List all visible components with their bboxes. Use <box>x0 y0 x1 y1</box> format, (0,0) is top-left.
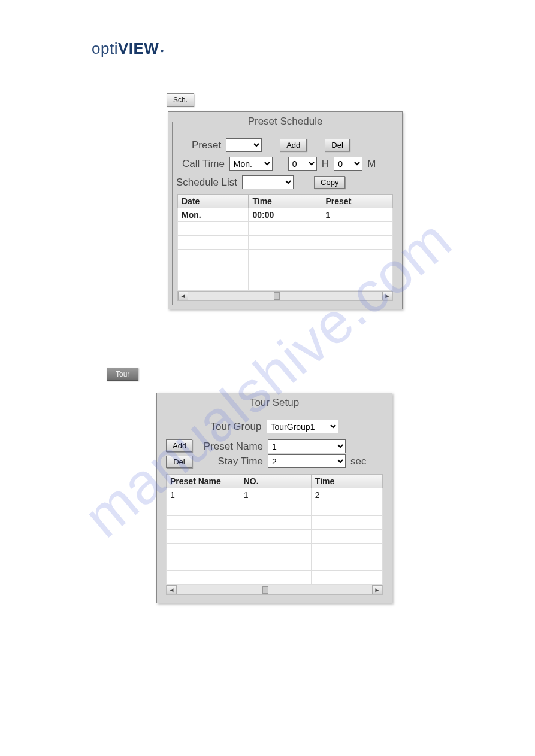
table-row[interactable] <box>178 236 393 250</box>
preset-schedule-group: Preset Schedule Preset Add Del Call Time… <box>172 116 398 305</box>
sch-button[interactable]: Sch. <box>167 93 194 107</box>
tour-group-select[interactable]: TourGroup1 <box>267 420 338 433</box>
logo: optiVIEW● <box>92 40 442 58</box>
scroll-right-icon[interactable]: ► <box>372 585 382 594</box>
col-time[interactable]: Time <box>311 475 382 488</box>
table-header-row: Date Time Preset <box>178 195 393 208</box>
col-preset-name[interactable]: Preset Name <box>167 475 240 488</box>
schedule-table: Date Time Preset Mon. 00:00 1 <box>177 194 393 291</box>
col-time[interactable]: Time <box>249 195 322 208</box>
tour-group-label: Tour Group <box>210 421 261 433</box>
stay-time-label: Stay Time <box>197 456 263 467</box>
table-row[interactable]: 1 1 2 <box>167 488 383 502</box>
preset-schedule-panel: Preset Schedule Preset Add Del Call Time… <box>168 111 403 309</box>
col-date[interactable]: Date <box>178 195 249 208</box>
cell-time: 2 <box>311 488 382 502</box>
preset-schedule-title: Preset Schedule <box>248 116 323 127</box>
min-label: M <box>367 158 376 170</box>
logo-part2: VIEW <box>118 40 159 57</box>
scroll-thumb[interactable] <box>262 586 268 594</box>
tour-setup-panel: Tour Setup Tour Group TourGroup1 Add Del… <box>156 393 392 603</box>
tour-table: Preset Name NO. Time 1 1 2 <box>166 474 383 585</box>
call-time-label: Call Time <box>182 158 225 170</box>
cell-date: Mon. <box>178 208 249 222</box>
preset-name-select[interactable]: 1 <box>268 439 346 453</box>
table-row[interactable] <box>167 571 383 585</box>
page-header: optiVIEW● <box>92 40 442 62</box>
call-time-hour-select[interactable]: 0 <box>288 157 317 171</box>
preset-select[interactable] <box>226 138 262 152</box>
tour-setup-title: Tour Setup <box>250 397 299 408</box>
tour-add-button[interactable]: Add <box>166 439 192 452</box>
table-row[interactable] <box>178 277 393 291</box>
hour-label: H <box>322 158 329 170</box>
del-button[interactable]: Del <box>325 139 350 151</box>
preset-name-label: Preset Name <box>197 441 263 453</box>
call-time-day-select[interactable]: Mon. <box>229 157 273 171</box>
table-row[interactable] <box>167 530 383 544</box>
cell-preset-name: 1 <box>167 488 240 502</box>
cell-time: 00:00 <box>249 208 322 222</box>
col-preset[interactable]: Preset <box>322 195 392 208</box>
tour-setup-group: Tour Setup Tour Group TourGroup1 Add Del… <box>161 397 388 599</box>
sec-label: sec <box>350 456 366 467</box>
table-row[interactable] <box>178 263 393 277</box>
copy-button[interactable]: Copy <box>314 176 345 189</box>
h-scrollbar[interactable]: ◄ ► <box>166 585 383 595</box>
scroll-left-icon[interactable]: ◄ <box>178 292 188 300</box>
logo-part1: opti <box>92 40 118 57</box>
col-no[interactable]: NO. <box>240 475 311 488</box>
stay-time-select[interactable]: 2 <box>268 454 346 468</box>
scroll-track[interactable] <box>177 585 372 594</box>
add-button[interactable]: Add <box>280 139 307 151</box>
table-row[interactable] <box>178 250 393 263</box>
h-scrollbar[interactable]: ◄ ► <box>177 291 393 301</box>
table-row[interactable] <box>167 544 383 557</box>
table-row[interactable]: Mon. 00:00 1 <box>178 208 393 222</box>
logo-dot-icon: ● <box>160 47 164 54</box>
table-row[interactable] <box>167 516 383 530</box>
table-row[interactable] <box>167 557 383 571</box>
tour-button[interactable]: Tour <box>107 368 138 381</box>
scroll-right-icon[interactable]: ► <box>382 292 392 300</box>
cell-preset: 1 <box>322 208 392 222</box>
cell-no: 1 <box>240 488 311 502</box>
schedule-list-select[interactable] <box>242 175 294 189</box>
schedule-list-label: Schedule List <box>176 177 237 189</box>
header-rule <box>92 62 442 62</box>
preset-label: Preset <box>192 139 221 151</box>
scroll-left-icon[interactable]: ◄ <box>167 585 177 594</box>
tour-del-button[interactable]: Del <box>166 456 192 468</box>
table-row[interactable] <box>178 222 393 236</box>
table-header-row: Preset Name NO. Time <box>167 475 383 488</box>
table-row[interactable] <box>167 502 383 516</box>
call-time-min-select[interactable]: 0 <box>334 157 362 171</box>
scroll-thumb[interactable] <box>274 292 280 300</box>
scroll-track[interactable] <box>188 292 382 300</box>
